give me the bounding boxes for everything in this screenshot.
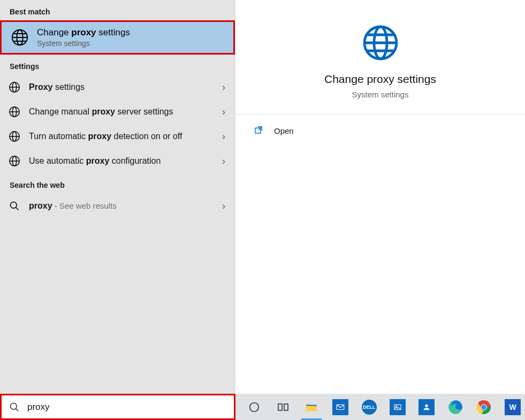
chevron-right-icon[interactable]: › — [222, 82, 225, 93]
open-label: Open — [274, 126, 294, 135]
dell-icon[interactable]: DELL — [357, 396, 382, 418]
mail-icon[interactable] — [328, 396, 353, 418]
result-label: Change manual proxy server settings — [29, 106, 226, 118]
search-icon — [9, 200, 20, 212]
search-bar[interactable] — [0, 394, 235, 420]
chevron-right-icon[interactable]: › — [222, 131, 225, 142]
search-web-header: Search the web — [0, 173, 235, 194]
svg-line-23 — [16, 408, 19, 411]
taskbar: DELL W — [235, 394, 525, 420]
settings-result-auto-config[interactable]: Use automatic proxy configuration › — [0, 149, 235, 173]
search-icon — [9, 402, 20, 413]
detail-summary: Change proxy settings System settings — [235, 0, 525, 114]
svg-point-24 — [250, 402, 259, 411]
best-match-result[interactable]: Change proxy settings System settings — [0, 20, 235, 55]
search-input[interactable] — [27, 402, 226, 413]
svg-point-15 — [11, 202, 17, 209]
edge-icon[interactable] — [443, 396, 468, 418]
settings-header: Settings — [0, 55, 235, 75]
chevron-right-icon[interactable]: › — [222, 106, 225, 118]
chevron-right-icon[interactable]: › — [222, 156, 225, 167]
svg-line-21 — [258, 127, 262, 130]
task-view-icon[interactable] — [271, 396, 295, 418]
open-icon — [254, 125, 264, 136]
web-result-proxy[interactable]: proxy - See web results › — [0, 194, 235, 218]
svg-rect-25 — [278, 404, 282, 410]
result-label: Use automatic proxy configuration — [29, 155, 226, 167]
settings-result-auto-detect[interactable]: Turn automatic proxy detection on or off… — [0, 124, 235, 149]
cortana-circle-icon[interactable] — [242, 396, 267, 418]
result-label: Proxy settings — [29, 81, 226, 93]
globe-icon — [10, 28, 29, 47]
best-match-subtitle: System settings — [37, 39, 130, 48]
svg-point-22 — [11, 403, 17, 409]
best-match-title: Change proxy settings — [37, 27, 130, 38]
svg-rect-26 — [284, 404, 288, 410]
detail-panel: Change proxy settings System settings Op… — [235, 0, 525, 394]
globe-icon — [361, 24, 400, 62]
globe-icon — [9, 155, 20, 167]
word-icon[interactable]: W — [500, 396, 525, 418]
settings-result-manual-proxy[interactable]: Change manual proxy server settings › — [0, 100, 235, 124]
chrome-icon[interactable] — [472, 396, 497, 418]
best-match-header: Best match — [0, 0, 235, 20]
detail-title: Change proxy settings — [324, 73, 436, 86]
settings-result-proxy-settings[interactable]: Proxy settings › — [0, 75, 235, 100]
svg-line-16 — [16, 208, 19, 210]
globe-icon — [9, 131, 20, 142]
result-label: Turn automatic proxy detection on or off — [29, 131, 226, 142]
search-results-panel: Best match Change proxy settings System … — [0, 0, 235, 394]
result-label: proxy - See web results — [29, 200, 226, 212]
photos-icon[interactable] — [386, 396, 410, 418]
chevron-right-icon[interactable]: › — [222, 201, 225, 212]
svg-point-29 — [425, 404, 428, 407]
file-explorer-icon[interactable] — [299, 396, 324, 418]
globe-icon — [9, 106, 20, 118]
svg-point-33 — [482, 404, 486, 409]
globe-icon — [9, 81, 20, 93]
detail-subtitle: System settings — [352, 90, 409, 99]
open-action[interactable]: Open — [235, 114, 525, 147]
contacts-icon[interactable] — [414, 396, 439, 418]
